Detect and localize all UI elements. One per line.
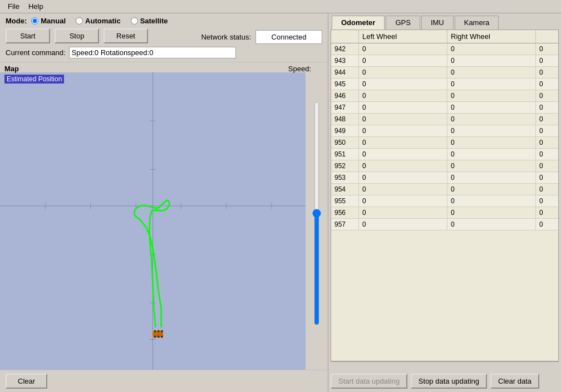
table-container: Left Wheel Right Wheel 942 0 0 0 943 0 0… <box>331 30 559 361</box>
menu-file[interactable]: File <box>3 1 24 12</box>
cell-right: 0 <box>447 43 536 55</box>
cell-id: 952 <box>331 160 359 171</box>
cell-left: 0 <box>359 184 447 195</box>
menubar: File Help <box>0 0 561 13</box>
table-row: 948 0 0 0 <box>331 114 558 125</box>
cell-id: 943 <box>331 55 359 66</box>
table-row: 943 0 0 0 <box>331 55 558 67</box>
cell-left: 0 <box>359 90 447 101</box>
cell-id: 946 <box>331 90 359 101</box>
tabs: Odometer GPS IMU Kamera <box>328 13 561 30</box>
cell-id: 945 <box>331 79 359 90</box>
table-header: Left Wheel Right Wheel <box>331 30 558 43</box>
speed-slider-container <box>311 74 322 353</box>
cell-extra: 0 <box>536 160 558 171</box>
cell-extra: 0 <box>536 114 558 125</box>
table-row: 944 0 0 0 <box>331 67 558 79</box>
table-body[interactable]: 942 0 0 0 943 0 0 0 944 0 0 0 945 0 0 0 … <box>331 43 558 361</box>
cell-extra: 0 <box>536 184 558 195</box>
menu-help[interactable]: Help <box>24 1 48 12</box>
table-row: 949 0 0 0 <box>331 125 558 137</box>
table-row: 957 0 0 0 <box>331 219 558 231</box>
command-input[interactable] <box>69 47 236 58</box>
cell-id: 944 <box>331 67 359 78</box>
map-canvas <box>0 72 306 370</box>
cell-right: 0 <box>447 125 536 136</box>
cell-right: 0 <box>447 114 536 125</box>
cell-extra: 0 <box>536 149 558 160</box>
svg-rect-18 <box>153 332 163 336</box>
tab-gps[interactable]: GPS <box>386 16 420 30</box>
table-row: 954 0 0 0 <box>331 184 558 195</box>
cell-extra: 0 <box>536 55 558 66</box>
cell-left: 0 <box>359 160 447 171</box>
cell-id: 957 <box>331 219 359 230</box>
bottom-bar: Clear <box>0 370 328 392</box>
table-row: 955 0 0 0 <box>331 195 558 207</box>
stop-button[interactable]: Stop <box>55 28 99 43</box>
col-extra <box>536 30 558 43</box>
map-section: Map Speed: Estimated Position <box>0 62 328 370</box>
tab-imu[interactable]: IMU <box>421 16 454 30</box>
cell-extra: 0 <box>536 43 558 55</box>
table-row: 951 0 0 0 <box>331 149 558 160</box>
cell-id: 948 <box>331 114 359 125</box>
speed-label: Speed: <box>288 65 311 73</box>
tab-kamera[interactable]: Kamera <box>455 16 499 30</box>
cell-right: 0 <box>447 149 536 160</box>
speed-slider[interactable] <box>311 101 322 325</box>
stop-data-button[interactable]: Stop data updating <box>411 374 487 389</box>
cell-id: 955 <box>331 195 359 207</box>
cell-extra: 0 <box>536 90 558 101</box>
cell-right: 0 <box>447 172 536 183</box>
cell-left: 0 <box>359 195 447 207</box>
clear-data-button[interactable]: Clear data <box>490 374 539 389</box>
cell-extra: 0 <box>536 219 558 230</box>
cell-extra: 0 <box>536 125 558 136</box>
map-label: Map <box>4 65 19 73</box>
cell-id: 954 <box>331 184 359 195</box>
start-data-button[interactable]: Start data updating <box>331 374 407 389</box>
hscroll[interactable] <box>331 362 559 371</box>
cell-left: 0 <box>359 137 447 148</box>
mode-manual[interactable]: Manual <box>31 17 66 25</box>
cell-extra: 0 <box>536 207 558 218</box>
cell-extra: 0 <box>536 79 558 90</box>
cell-left: 0 <box>359 102 447 113</box>
hscroll-bar[interactable] <box>331 361 559 370</box>
cell-id: 953 <box>331 172 359 183</box>
mode-automatic[interactable]: Automatic <box>76 17 121 25</box>
top-controls: Mode: Manual Automatic Satellite <box>0 13 328 62</box>
table-row: 950 0 0 0 <box>331 137 558 149</box>
map-canvas-container: Estimated Position <box>0 72 306 370</box>
mode-satellite[interactable]: Satellite <box>131 17 168 25</box>
reset-button[interactable]: Reset <box>104 28 148 43</box>
radio-automatic[interactable] <box>76 17 83 24</box>
command-label: Current command: <box>6 48 66 57</box>
action-buttons: Start data updating Stop data updating C… <box>328 370 561 392</box>
clear-button[interactable]: Clear <box>6 374 47 389</box>
main-content: Mode: Manual Automatic Satellite <box>0 13 561 392</box>
cell-right: 0 <box>447 102 536 113</box>
cell-extra: 0 <box>536 195 558 207</box>
cell-id: 949 <box>331 125 359 136</box>
cell-right: 0 <box>447 195 536 207</box>
col-right: Right Wheel <box>447 30 536 43</box>
table-row: 947 0 0 0 <box>331 102 558 114</box>
cell-id: 956 <box>331 207 359 218</box>
start-button[interactable]: Start <box>6 28 50 43</box>
right-panel: Odometer GPS IMU Kamera Left Wheel Right… <box>328 13 561 392</box>
cell-right: 0 <box>447 55 536 66</box>
network-status-value: Connected <box>255 30 322 44</box>
cell-left: 0 <box>359 79 447 90</box>
radio-satellite[interactable] <box>131 17 138 24</box>
cell-left: 0 <box>359 149 447 160</box>
table-row: 942 0 0 0 <box>331 43 558 55</box>
cell-left: 0 <box>359 172 447 183</box>
radio-manual[interactable] <box>31 17 38 24</box>
tab-odometer[interactable]: Odometer <box>332 16 385 30</box>
cell-right: 0 <box>447 160 536 171</box>
cell-extra: 0 <box>536 67 558 78</box>
mode-radio-group: Manual Automatic Satellite <box>31 17 171 25</box>
cell-right: 0 <box>447 79 536 90</box>
